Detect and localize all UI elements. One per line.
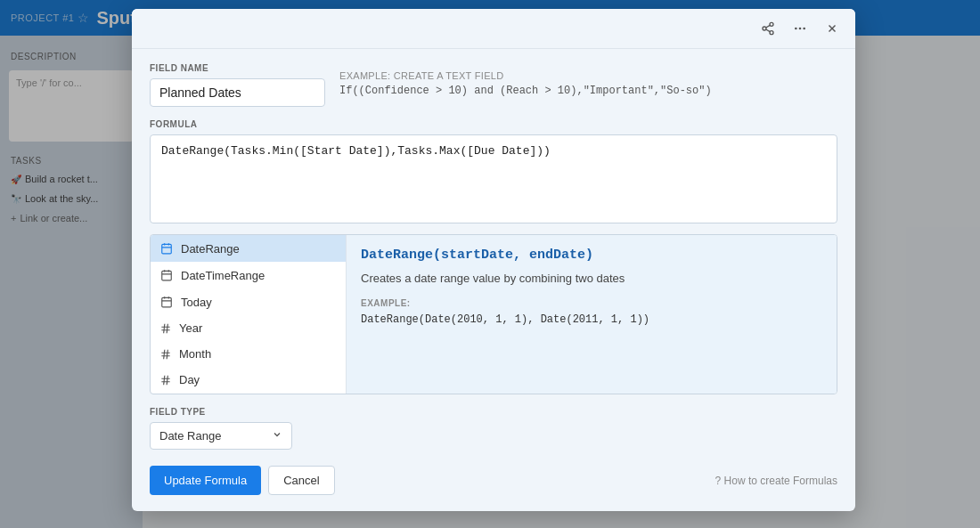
formula-label: FORMULA <box>150 119 837 129</box>
help-link[interactable]: ? How to create Formulas <box>715 475 837 487</box>
detail-func-name: DateRange(startDate, endDate) <box>361 248 822 263</box>
formula-dialog: FIELD NAME EXAMPLE: CREATE A TEXT FIELD … <box>132 9 855 511</box>
svg-line-32 <box>164 375 165 385</box>
svg-line-25 <box>167 323 167 333</box>
field-name-label: FIELD NAME <box>150 63 325 73</box>
ac-label-daterange: DateRange <box>181 242 240 256</box>
hash-icon-3 <box>159 374 172 386</box>
svg-line-3 <box>766 29 771 32</box>
formula-section: FORMULA DateRange(Tasks.Min([Start Date]… <box>150 119 837 223</box>
ac-item-datetimerange[interactable]: DateTimeRange <box>151 262 346 288</box>
svg-point-7 <box>803 28 805 30</box>
detail-example-code: DateRange(Date(2010, 1, 1), Date(2011, 1… <box>361 313 822 326</box>
autocomplete-detail: DateRange(startDate, endDate) Creates a … <box>347 235 837 394</box>
close-icon[interactable] <box>820 16 845 41</box>
svg-point-1 <box>763 27 766 30</box>
example-section: EXAMPLE: CREATE A TEXT FIELD If((Confide… <box>339 63 712 97</box>
ac-label-datetimerange: DateTimeRange <box>181 269 265 282</box>
svg-line-29 <box>167 349 167 359</box>
svg-line-28 <box>164 349 165 359</box>
svg-rect-18 <box>162 297 172 307</box>
autocomplete-panel: DateRange DateTimeRange Today <box>150 234 837 394</box>
hash-icon-2 <box>159 348 172 361</box>
ac-label-day: Day <box>179 373 200 386</box>
action-row: Update Formula Cancel ? How to create Fo… <box>150 462 837 497</box>
field-name-input[interactable] <box>150 78 325 107</box>
share-icon[interactable] <box>755 16 780 41</box>
ac-item-month[interactable]: Month <box>151 341 346 367</box>
more-icon[interactable] <box>788 16 813 41</box>
chevron-down-icon <box>272 429 282 443</box>
example-hint: EXAMPLE: CREATE A TEXT FIELD <box>339 63 712 81</box>
ac-label-year: Year <box>179 321 202 335</box>
ac-item-today[interactable]: Today <box>151 288 346 315</box>
cancel-button[interactable]: Cancel <box>268 466 334 495</box>
dialog-header <box>132 9 855 49</box>
ac-item-daterange[interactable]: DateRange <box>151 235 346 262</box>
field-type-value: Date Range <box>159 429 221 443</box>
svg-point-6 <box>799 28 802 30</box>
field-name-row: FIELD NAME EXAMPLE: CREATE A TEXT FIELD … <box>150 63 837 107</box>
field-name-section: FIELD NAME <box>150 63 325 107</box>
help-text: ? How to create Formulas <box>715 475 837 487</box>
svg-point-0 <box>770 22 773 26</box>
calendar-icon-2 <box>159 268 174 282</box>
formula-box[interactable]: DateRange(Tasks.Min([Start Date]),Tasks.… <box>150 134 837 223</box>
example-code: If((Confidence > 10) and (Reach > 10),"I… <box>339 85 712 97</box>
svg-rect-14 <box>162 271 172 280</box>
update-formula-button[interactable]: Update Formula <box>150 466 261 495</box>
ac-item-day[interactable]: Day <box>151 367 346 393</box>
svg-line-33 <box>167 375 167 385</box>
ac-label-today: Today <box>181 296 212 309</box>
formula-text: DateRange(Tasks.Min([Start Date]),Tasks.… <box>161 144 551 158</box>
field-type-select[interactable]: Date Range <box>150 422 292 450</box>
left-buttons: Update Formula Cancel <box>150 466 335 495</box>
svg-line-4 <box>766 25 771 28</box>
ac-item-hour[interactable]: Hour <box>151 393 346 394</box>
ac-item-year[interactable]: Year <box>151 315 346 341</box>
autocomplete-list: DateRange DateTimeRange Today <box>151 235 347 394</box>
hash-icon-1 <box>159 322 172 335</box>
ac-label-month: Month <box>179 347 211 361</box>
svg-line-24 <box>164 323 165 333</box>
svg-point-5 <box>795 28 797 30</box>
field-type-section: FIELD TYPE Date Range <box>150 407 837 450</box>
svg-point-2 <box>770 31 773 35</box>
detail-description: Creates a date range value by combining … <box>361 270 822 288</box>
dialog-body: FIELD NAME EXAMPLE: CREATE A TEXT FIELD … <box>132 49 855 511</box>
field-type-label: FIELD TYPE <box>150 407 837 417</box>
calendar-icon-3 <box>159 295 174 309</box>
calendar-icon <box>159 241 174 256</box>
detail-example-label: EXAMPLE: <box>361 298 822 308</box>
svg-rect-10 <box>162 244 172 254</box>
